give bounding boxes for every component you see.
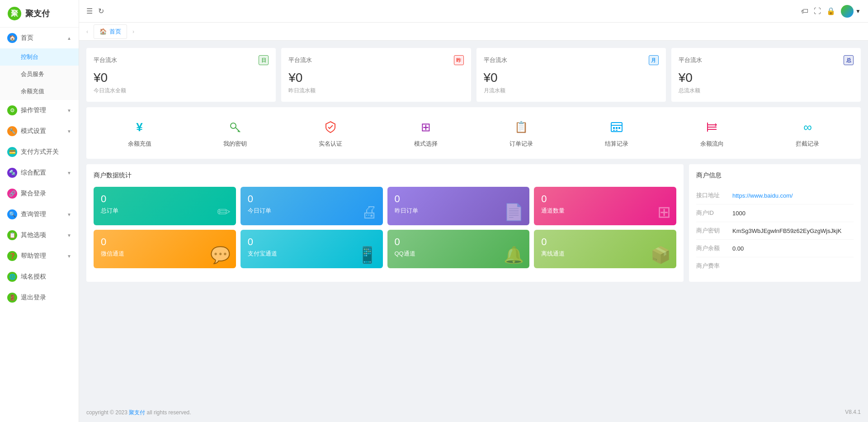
- qa-recharge-label: 余额充值: [128, 140, 151, 148]
- qa-verify[interactable]: 实名认证: [284, 114, 376, 152]
- svg-rect-12: [616, 130, 618, 131]
- info-label-balance: 商户余额: [696, 244, 732, 252]
- sidebar-item-login[interactable]: 🔗 聚合登录: [0, 183, 79, 204]
- footer-text: copyright © 2023: [86, 409, 129, 416]
- collapse-icon[interactable]: ☰: [86, 7, 93, 15]
- ops-menu-label: 操作管理: [21, 106, 67, 114]
- qa-balance[interactable]: 余额流向: [666, 114, 758, 152]
- tile-alipay-icon: 📱: [357, 246, 377, 265]
- qa-settle-icon: [608, 118, 626, 136]
- stat-card-today: 平台流水 日 ¥0 今日流水全额: [86, 48, 276, 102]
- card-desc-yesterday: 昨日流水额: [288, 87, 463, 95]
- tile-qq-icon: 🔔: [504, 246, 524, 265]
- qa-recharge-icon: ¥: [131, 118, 149, 136]
- sidebar-item-config[interactable]: 🔩 综合配置 ▼: [0, 162, 79, 183]
- info-label-url: 接口地址: [696, 191, 732, 199]
- help-menu-icon: ❓: [7, 251, 17, 261]
- tile-yesterday-orders-num: 0: [395, 193, 523, 205]
- merchant-stats: 商户数据统计 0 总订单 ✏ 0 今日订单 🖨 0 昨日订单: [86, 164, 684, 282]
- user-avatar[interactable]: ▼: [841, 5, 861, 18]
- tag-icon[interactable]: 🏷: [801, 7, 808, 15]
- badge-today: 日: [259, 55, 269, 65]
- tile-qq-label: QQ通道: [395, 250, 523, 258]
- mode-menu-icon: 🔧: [7, 126, 17, 136]
- tile-today-orders-num: 0: [248, 193, 376, 205]
- qa-key[interactable]: 我的密钥: [189, 114, 281, 152]
- qa-key-icon: [226, 118, 244, 136]
- svg-rect-11: [613, 130, 615, 131]
- tile-channel-count-label: 通道数量: [541, 207, 669, 215]
- info-table: 接口地址 https://www.baidu.com/ 商户ID 1000 商户…: [696, 187, 854, 275]
- sidebar-item-mode[interactable]: 🔧 模式设置 ▼: [0, 121, 79, 142]
- other-menu-icon: 📋: [7, 230, 17, 240]
- qa-block[interactable]: ∞ 拦截记录: [762, 114, 854, 152]
- tile-channel-count-icon: ⊞: [657, 203, 671, 222]
- stat-cards: 平台流水 日 ¥0 今日流水全额 平台流水 昨 ¥0 昨日流水额 平台流水 月: [86, 48, 861, 102]
- sidebar-item-help[interactable]: ❓ 帮助管理 ▼: [0, 246, 79, 266]
- info-label-id: 商户ID: [696, 209, 732, 217]
- tab-next-icon[interactable]: ›: [129, 27, 138, 37]
- logo-icon: 聚: [7, 6, 22, 21]
- qa-settle[interactable]: 结算记录: [571, 114, 663, 152]
- tile-yesterday-orders-icon: 📄: [504, 203, 524, 222]
- tile-wechat: 0 微信通道 💬: [94, 230, 236, 268]
- card-desc-total: 总流水额: [679, 87, 854, 95]
- card-title-total: 平台流水 总: [679, 55, 854, 65]
- qa-orders-label: 订单记录: [509, 140, 533, 148]
- info-value-url[interactable]: https://www.baidu.com/: [732, 192, 854, 199]
- other-menu-label: 其他选项: [21, 231, 67, 239]
- tab-prev-icon[interactable]: ‹: [83, 27, 92, 37]
- merchant-info: 商户信息 接口地址 https://www.baidu.com/ 商户ID 10…: [689, 164, 861, 282]
- home-tab-label: 首页: [109, 28, 121, 36]
- sidebar-item-domain[interactable]: 🌐 域名授权: [0, 266, 79, 287]
- footer-link[interactable]: 聚支付: [129, 409, 145, 416]
- bottom-section: 商户数据统计 0 总订单 ✏ 0 今日订单 🖨 0 昨日订单: [86, 164, 861, 282]
- qa-verify-label: 实名认证: [319, 140, 342, 148]
- query-menu-label: 查询管理: [21, 210, 67, 218]
- svg-point-2: [231, 123, 236, 128]
- info-value-balance: 0.00: [732, 245, 854, 252]
- footer-version: V8.4.1: [845, 409, 861, 415]
- login-menu-label: 聚合登录: [21, 190, 71, 198]
- topbar: ☰ ↻ 🏷 ⛶ 🔒 ▼: [79, 0, 868, 23]
- ops-arrow-icon: ▼: [67, 108, 71, 113]
- stat-grid-row2: 0 微信通道 💬 0 支付宝通道 📱 0 QQ通道 🔔: [94, 230, 676, 268]
- tile-total-orders-label: 总订单: [101, 207, 229, 215]
- qa-recharge[interactable]: ¥ 余额充值: [94, 114, 185, 152]
- sidebar-item-home[interactable]: 🏠 首页 ▲: [0, 28, 79, 48]
- home-menu-icon: 🏠: [7, 33, 17, 43]
- ops-menu-icon: ⚙: [7, 105, 17, 115]
- card-label-today: 平台流水: [94, 56, 117, 64]
- qa-orders[interactable]: 📋 订单记录: [476, 114, 567, 152]
- qa-key-label: 我的密钥: [223, 140, 247, 148]
- sidebar-item-other[interactable]: 📋 其他选项 ▼: [0, 225, 79, 246]
- tile-wechat-label: 微信通道: [101, 250, 229, 258]
- sidebar-item-dashboard[interactable]: 控制台: [0, 48, 79, 66]
- tile-wechat-num: 0: [101, 236, 229, 248]
- lock-icon[interactable]: 🔒: [826, 7, 835, 15]
- svg-rect-10: [618, 127, 620, 129]
- sidebar-item-payment[interactable]: 💳 支付方式开关: [0, 142, 79, 162]
- fullscreen-icon[interactable]: ⛶: [814, 7, 821, 15]
- sidebar-item-query[interactable]: 🔍 查询管理 ▼: [0, 204, 79, 225]
- tile-offline-num: 0: [541, 236, 669, 248]
- sidebar-item-recharge[interactable]: 余额充值: [0, 83, 79, 100]
- card-value-month: ¥0: [484, 71, 659, 85]
- content: 平台流水 日 ¥0 今日流水全额 平台流水 昨 ¥0 昨日流水额 平台流水 月: [79, 41, 868, 403]
- sidebar-item-member[interactable]: 会员服务: [0, 66, 79, 83]
- qa-mode-label: 模式选择: [414, 140, 438, 148]
- mode-arrow-icon: ▼: [67, 129, 71, 134]
- tile-yesterday-orders: 0 昨日订单 📄: [387, 187, 530, 225]
- refresh-icon[interactable]: ↻: [98, 7, 104, 15]
- tile-qq-num: 0: [395, 236, 523, 248]
- info-row-url: 接口地址 https://www.baidu.com/: [696, 187, 854, 204]
- info-row-id: 商户ID 1000: [696, 204, 854, 222]
- info-value-secret: KmSg3WbJEgwlnFB59z62EyGzgWjsJkjK: [732, 228, 854, 234]
- sidebar-item-logout[interactable]: 🚪 退出登录: [0, 287, 79, 308]
- logo-text: 聚支付: [25, 8, 50, 19]
- tab-home[interactable]: 🏠 首页: [94, 24, 127, 39]
- sidebar-item-ops[interactable]: ⚙ 操作管理 ▼: [0, 100, 79, 121]
- logout-menu-icon: 🚪: [7, 293, 17, 303]
- qa-mode[interactable]: ⊞ 模式选择: [380, 114, 472, 152]
- badge-yesterday: 昨: [454, 55, 464, 65]
